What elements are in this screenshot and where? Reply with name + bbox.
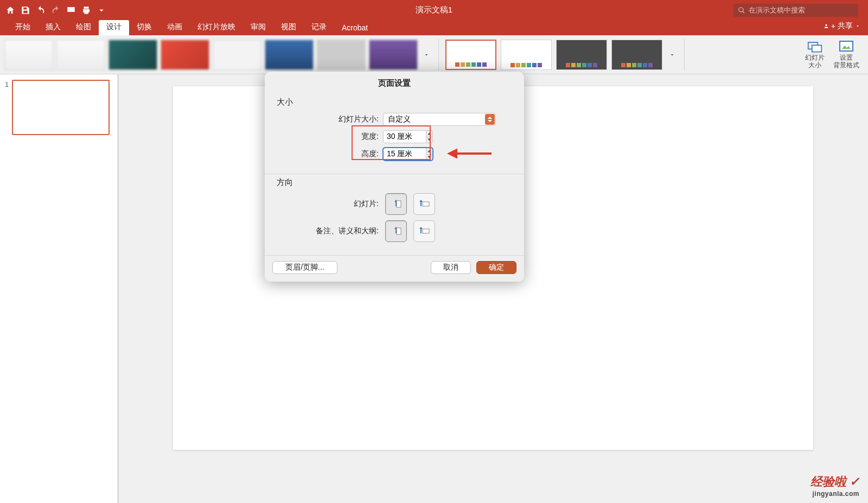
- dialog-footer: 页眉/页脚... 取消 确定: [265, 255, 524, 282]
- svg-rect-6: [423, 229, 429, 233]
- home-icon[interactable]: [4, 4, 16, 16]
- svg-rect-1: [812, 46, 822, 52]
- svg-rect-4: [423, 202, 429, 206]
- tab-insert[interactable]: 插入: [38, 20, 68, 35]
- variant-gallery-more[interactable]: [667, 40, 678, 70]
- theme-thumbnail[interactable]: [213, 40, 261, 70]
- svg-rect-5: [397, 228, 401, 234]
- theme-gallery[interactable]: [4, 40, 432, 70]
- size-section-label: 大小: [277, 97, 512, 107]
- tab-view[interactable]: 视图: [273, 20, 304, 35]
- slide-thumbnail-preview[interactable]: [12, 80, 110, 135]
- width-value: [383, 130, 426, 143]
- tab-draw[interactable]: 绘图: [68, 20, 99, 35]
- page-setup-dialog: 页面设置 大小 幻灯片大小: 宽度: 高度:: [265, 72, 524, 282]
- height-label: 高度:: [336, 149, 379, 159]
- tab-home[interactable]: 开始: [8, 20, 38, 35]
- slide-portrait-button[interactable]: [385, 193, 407, 215]
- cancel-button[interactable]: 取消: [431, 261, 471, 274]
- step-down-icon[interactable]: [426, 155, 432, 161]
- theme-thumbnail[interactable]: [265, 40, 314, 70]
- theme-thumbnail[interactable]: [369, 40, 418, 70]
- svg-rect-3: [397, 201, 401, 207]
- step-up-icon[interactable]: [426, 131, 432, 137]
- annotation-arrow: [446, 147, 493, 163]
- undo-icon[interactable]: [35, 4, 47, 16]
- slide-landscape-button[interactable]: [413, 193, 435, 215]
- height-value: [383, 148, 426, 161]
- slide-size-value: [383, 113, 496, 126]
- orientation-section-label: 方向: [277, 177, 512, 188]
- orientation-section: 方向 幻灯片: 备注、讲义和大纲:: [265, 174, 524, 255]
- watermark: 经验啦 ✓ jingyanla.com: [810, 474, 859, 498]
- notes-landscape-button[interactable]: [413, 220, 435, 242]
- redo-icon[interactable]: [50, 4, 62, 16]
- dialog-title: 页面设置: [265, 72, 524, 94]
- ribbon-separator: [438, 39, 439, 71]
- height-stepper[interactable]: [426, 148, 433, 161]
- search-box[interactable]: 在演示文稿中搜索: [733, 4, 858, 17]
- theme-thumbnail[interactable]: [4, 40, 53, 70]
- share-button[interactable]: + 共享: [824, 21, 860, 31]
- qat-dropdown-icon[interactable]: [95, 4, 107, 16]
- ok-button[interactable]: 确定: [476, 261, 516, 274]
- notes-portrait-button[interactable]: [385, 220, 407, 242]
- slide-size-select[interactable]: [383, 113, 496, 126]
- svg-rect-2: [840, 41, 853, 51]
- header-footer-button[interactable]: 页眉/页脚...: [272, 261, 337, 274]
- width-stepper[interactable]: [426, 130, 433, 143]
- present-icon[interactable]: [65, 4, 77, 16]
- slide-number: 1: [2, 80, 9, 135]
- slide-thumbnail[interactable]: 1: [2, 80, 116, 135]
- format-bg-icon: [839, 40, 854, 53]
- tab-design[interactable]: 设计: [99, 20, 129, 35]
- width-label: 宽度:: [336, 132, 379, 142]
- theme-thumbnail[interactable]: [56, 40, 105, 70]
- select-stepper-icon[interactable]: [485, 114, 495, 125]
- format-background-button[interactable]: 设置 背景格式: [833, 40, 859, 68]
- tab-animations[interactable]: 动画: [159, 20, 190, 35]
- tab-slideshow[interactable]: 幻灯片放映: [190, 20, 243, 35]
- notes-orientation-label: 备注、讲义和大纲:: [277, 226, 379, 236]
- theme-thumbnail[interactable]: [161, 40, 209, 70]
- height-input[interactable]: [383, 148, 433, 161]
- theme-thumbnail[interactable]: [317, 40, 366, 70]
- print-icon[interactable]: [80, 4, 92, 16]
- step-up-icon[interactable]: [426, 148, 432, 155]
- theme-thumbnail[interactable]: [108, 40, 157, 70]
- save-icon[interactable]: [20, 4, 31, 16]
- theme-gallery-more[interactable]: [421, 40, 432, 70]
- slide-size-label: 幻灯片大小:: [336, 114, 379, 124]
- landscape-icon: [418, 198, 431, 211]
- variant-thumbnail[interactable]: [556, 40, 607, 70]
- search-icon: [738, 7, 745, 14]
- portrait-icon: [390, 198, 403, 211]
- variant-gallery[interactable]: [445, 40, 678, 70]
- tab-transitions[interactable]: 切换: [129, 20, 159, 35]
- ribbon-separator: [684, 39, 685, 71]
- quick-access-toolbar: [4, 4, 107, 16]
- tab-acrobat[interactable]: Acrobat: [334, 21, 375, 35]
- slide-thumbnails-pane[interactable]: 1: [0, 74, 118, 503]
- slide-size-icon: [807, 40, 822, 53]
- design-ribbon: 幻灯片 大小 设置 背景格式: [0, 35, 868, 74]
- variant-thumbnail[interactable]: [501, 40, 552, 70]
- variant-thumbnail[interactable]: [611, 40, 662, 70]
- tab-review[interactable]: 审阅: [243, 20, 273, 35]
- slide-orientation-label: 幻灯片:: [277, 199, 379, 209]
- slide-size-button[interactable]: 幻灯片 大小: [805, 40, 825, 68]
- chevron-down-icon: [855, 23, 860, 29]
- title-bar: 演示文稿1 在演示文稿中搜索: [0, 0, 868, 20]
- portrait-icon: [390, 225, 403, 238]
- document-title: 演示文稿1: [416, 5, 452, 15]
- ribbon-tabs: 开始 插入 绘图 设计 切换 动画 幻灯片放映 审阅 视图 记录 Acrobat…: [0, 20, 868, 35]
- step-down-icon[interactable]: [426, 137, 432, 143]
- share-person-icon: [824, 23, 829, 29]
- variant-thumbnail[interactable]: [445, 40, 496, 70]
- tab-record[interactable]: 记录: [304, 20, 334, 35]
- width-input[interactable]: [383, 130, 433, 143]
- landscape-icon: [418, 225, 431, 238]
- search-placeholder: 在演示文稿中搜索: [749, 5, 805, 15]
